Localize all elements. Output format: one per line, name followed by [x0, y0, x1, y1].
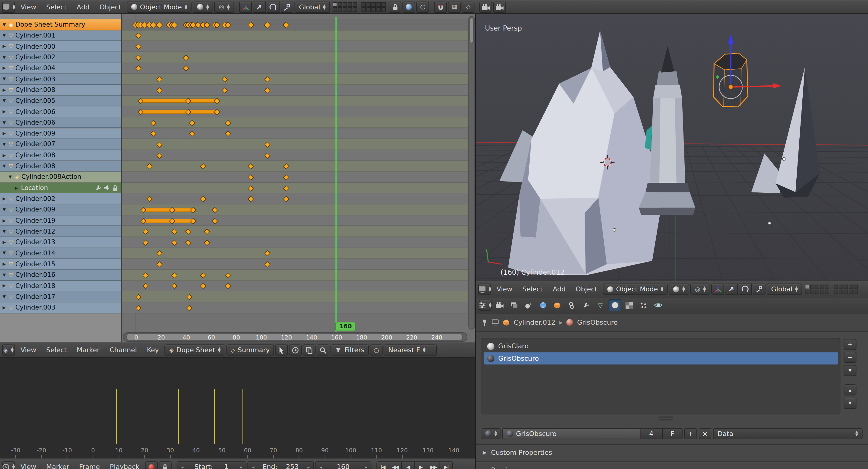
unlink-material-button[interactable]: ×: [699, 428, 711, 439]
layer-toggle[interactable]: [825, 285, 830, 289]
editor-type-button[interactable]: ◈▲▼: [2, 345, 15, 356]
scale-manipulator-button[interactable]: [281, 1, 293, 13]
editor-type-button[interactable]: ▲▼: [478, 284, 491, 295]
menu-view[interactable]: View: [492, 285, 517, 293]
play-reverse-button[interactable]: ◀: [402, 462, 415, 469]
autokey-lock-button[interactable]: [159, 462, 172, 469]
material-slot-list[interactable]: GrisClaroGrisObscuro: [482, 338, 840, 414]
panel-custom-properties[interactable]: ▶ Custom Properties: [476, 445, 868, 459]
layer-toggle[interactable]: [844, 285, 848, 289]
channel-cylinder-017[interactable]: ▼▽Cylinder.017: [0, 291, 122, 302]
collapse-icon[interactable]: ▼: [1, 272, 6, 277]
channel-cylinder-016[interactable]: ▼▽Cylinder.016: [0, 270, 122, 281]
start-frame-field[interactable]: ◂Start:1▸: [177, 462, 247, 469]
increment-icon[interactable]: ▸: [240, 465, 242, 469]
layer-toggle[interactable]: [382, 2, 386, 7]
translate-manipulator-button[interactable]: [253, 1, 266, 13]
channel-cylinder-003[interactable]: ▼▽Cylinder.003: [0, 74, 122, 85]
collapse-icon[interactable]: ▼: [8, 174, 13, 179]
translate-manipulator-button[interactable]: [725, 284, 738, 295]
decrement-icon[interactable]: ◂: [181, 465, 183, 469]
layer-toggle[interactable]: [348, 2, 352, 7]
realtime-updates-button[interactable]: [289, 345, 302, 356]
expand-icon[interactable]: ▶: [1, 218, 6, 223]
keyframe-hold-bar[interactable]: [143, 208, 193, 212]
browse-material-button[interactable]: ▲▼: [482, 428, 500, 439]
expand-icon[interactable]: ▶: [1, 196, 6, 201]
layer-toggle[interactable]: [854, 289, 858, 294]
channel-cylinder-006[interactable]: ▶▽Cylinder.006: [0, 107, 122, 117]
keyframe-line[interactable]: [116, 389, 117, 444]
3d-viewport[interactable]: User Persp (160) Cylinder.012: [476, 14, 868, 281]
layer-toggle[interactable]: [815, 285, 819, 289]
expand-icon[interactable]: ▶: [1, 152, 6, 157]
channel-cylinder-008action[interactable]: ▼◈Cylinder.008Action: [0, 172, 122, 183]
remove-slot-button[interactable]: −: [844, 352, 857, 363]
tab-particles[interactable]: [637, 299, 650, 311]
mode-dropdown[interactable]: Object Mode▲▼: [127, 1, 192, 13]
menu-view[interactable]: View: [16, 346, 40, 354]
channel-location[interactable]: ▶Location: [0, 183, 122, 194]
editor-type-button[interactable]: ▲▼: [2, 1, 15, 13]
tab-scene[interactable]: [522, 299, 535, 311]
orientation-dropdown[interactable]: Global▲▼: [294, 1, 330, 13]
layer-toggle[interactable]: [834, 289, 838, 294]
current-frame-badge[interactable]: 160: [335, 322, 355, 331]
mode-dropdown[interactable]: Object Mode▲▼: [603, 284, 668, 295]
menu-add[interactable]: Add: [72, 3, 94, 11]
zoom-to-keys-button[interactable]: [317, 345, 330, 356]
layer-toggle[interactable]: [343, 7, 347, 12]
channel-cylinder-013[interactable]: ▶▽Cylinder.013: [0, 237, 122, 248]
menu-key[interactable]: Key: [143, 346, 163, 354]
layer-toggle[interactable]: [372, 7, 376, 12]
layer-toggle[interactable]: [333, 2, 338, 7]
channel-cylinder-007[interactable]: ▼▽Cylinder.007: [0, 139, 122, 150]
layer-toggle[interactable]: [333, 7, 338, 12]
modifier-icon[interactable]: [95, 184, 102, 191]
channel-cylinder-019[interactable]: ▶▽Cylinder.019: [0, 215, 122, 226]
snap-toggle-button[interactable]: [434, 1, 447, 13]
orientation-dropdown[interactable]: Global▲▼: [767, 284, 802, 295]
menu-view[interactable]: View: [16, 463, 40, 469]
snap-element-button[interactable]: ▦: [448, 1, 461, 13]
layer-toggle[interactable]: [839, 285, 843, 289]
vertical-scrollbar[interactable]: [468, 16, 475, 329]
material-name-field[interactable]: GrisObscuro: [502, 428, 641, 439]
menu-playback[interactable]: Playback: [105, 463, 144, 469]
keyframe-hold-bar[interactable]: [141, 99, 217, 103]
layer-toggle[interactable]: [372, 2, 376, 7]
channel-dope-sheet-summary[interactable]: ▼◆Dope Sheet Summary: [0, 19, 122, 30]
collapse-icon[interactable]: ▼: [1, 120, 6, 125]
layer-toggle[interactable]: [362, 7, 366, 12]
menu-add[interactable]: Add: [548, 285, 570, 293]
layer-toggle[interactable]: [810, 285, 814, 289]
layer-toggle[interactable]: [353, 7, 358, 12]
proportional-edit-button[interactable]: ○: [416, 1, 429, 13]
record-button[interactable]: [145, 462, 158, 469]
channel-cylinder-004[interactable]: ▶▽Cylinder.004: [0, 63, 122, 74]
layer-toggle[interactable]: [815, 289, 819, 294]
channel-cylinder-002[interactable]: ▼▽Cylinder.002: [0, 52, 122, 63]
expand-icon[interactable]: ▶: [1, 87, 6, 92]
layer-toggle[interactable]: [805, 285, 810, 289]
expand-icon[interactable]: ▶: [1, 240, 6, 244]
collapse-icon[interactable]: ▼: [1, 294, 6, 299]
tab-render[interactable]: [493, 299, 506, 311]
expand-icon[interactable]: ▶: [1, 66, 6, 70]
layer-toggle[interactable]: [839, 289, 843, 294]
copy-keyframes-button[interactable]: [303, 345, 316, 356]
menu-select[interactable]: Select: [42, 346, 71, 354]
screen-icon[interactable]: [492, 319, 499, 326]
expand-icon[interactable]: ▶: [1, 283, 6, 288]
keyframe-line[interactable]: [214, 389, 215, 444]
scale-manipulator-button[interactable]: [753, 284, 766, 295]
layer-toggle[interactable]: [338, 7, 342, 12]
layer-toggle[interactable]: [810, 289, 814, 294]
menu-marker[interactable]: Marker: [42, 463, 73, 469]
keyframe-hold-bar[interactable]: [141, 110, 217, 114]
breadcrumb-object[interactable]: Cylinder.012: [514, 318, 556, 326]
manipulator-toggle-button[interactable]: [711, 284, 724, 295]
tab-object-data[interactable]: ▽: [594, 299, 607, 311]
material-slot-GrisClaro[interactable]: GrisClaro: [484, 340, 838, 352]
layer-toggle[interactable]: [376, 2, 381, 7]
